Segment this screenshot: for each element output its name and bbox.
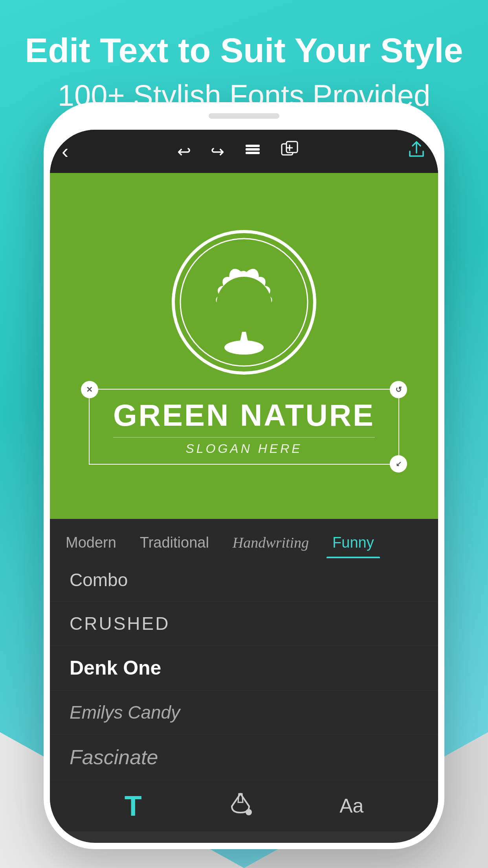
toolbar-center: ↩ ↪ bbox=[177, 141, 298, 162]
duplicate-button[interactable] bbox=[281, 141, 298, 162]
handle-rotate[interactable]: ↺ bbox=[390, 381, 407, 398]
redo-button[interactable]: ↪ bbox=[211, 142, 224, 161]
svg-point-24 bbox=[246, 809, 252, 815]
font-item-emilys-candy[interactable]: Emilys Candy bbox=[50, 691, 438, 734]
fill-tool-icon bbox=[228, 791, 253, 822]
bottom-toolbar: T Aa bbox=[50, 780, 438, 831]
font-item-denk-one[interactable]: Denk One bbox=[50, 645, 438, 691]
app-toolbar: ‹ ↩ ↪ bbox=[50, 130, 438, 173]
toolbar-left: ‹ bbox=[62, 140, 68, 163]
font-item-crushed[interactable]: CRUSHED bbox=[50, 602, 438, 645]
phone-outer: ‹ ↩ ↪ bbox=[44, 102, 444, 849]
back-button[interactable]: ‹ bbox=[62, 140, 68, 163]
font-name-denk-one: Denk One bbox=[70, 657, 161, 679]
text-tool[interactable]: T bbox=[125, 790, 142, 822]
font-category-tabs: Modern Traditional Handwriting Funny bbox=[50, 519, 438, 558]
font-name-crushed: CRUSHED bbox=[70, 613, 170, 634]
canvas-main-text[interactable]: GREEN NATURE bbox=[113, 397, 375, 433]
text-edit-overlay[interactable]: ✕ ↺ ↙ GREEN NATURE SLOGAN HERE bbox=[89, 389, 399, 465]
svg-point-23 bbox=[216, 277, 272, 332]
font-item-fascinate[interactable]: Fascinate bbox=[50, 734, 438, 780]
handle-resize[interactable]: ↙ bbox=[390, 455, 407, 473]
svg-rect-1 bbox=[246, 148, 260, 151]
font-list: Combo CRUSHED Denk One Emilys Candy Fasc… bbox=[50, 558, 438, 780]
toolbar-right bbox=[407, 140, 426, 163]
phone-speaker bbox=[209, 113, 279, 119]
text-tool-icon: T bbox=[125, 790, 142, 822]
phone-mockup: ‹ ↩ ↪ bbox=[44, 102, 444, 849]
fill-tool[interactable] bbox=[228, 791, 253, 822]
svg-rect-0 bbox=[246, 145, 260, 147]
font-size-tool-icon: Aa bbox=[339, 794, 363, 817]
logo-svg bbox=[169, 228, 319, 377]
svg-rect-2 bbox=[246, 152, 260, 154]
tab-funny[interactable]: Funny bbox=[321, 528, 386, 558]
tab-handwriting[interactable]: Handwriting bbox=[221, 528, 321, 558]
svg-point-9 bbox=[224, 340, 264, 355]
layers-button[interactable] bbox=[244, 141, 261, 162]
phone-screen: ‹ ↩ ↪ bbox=[50, 130, 438, 843]
undo-button[interactable]: ↩ bbox=[177, 142, 191, 161]
handle-close[interactable]: ✕ bbox=[81, 381, 98, 398]
tab-modern[interactable]: Modern bbox=[54, 528, 128, 558]
font-size-tool[interactable]: Aa bbox=[339, 794, 363, 817]
canvas-slogan-text[interactable]: SLOGAN HERE bbox=[113, 437, 375, 456]
header-title: Edit Text to Suit Your Style bbox=[24, 31, 464, 70]
font-name-emilys-candy: Emilys Candy bbox=[70, 702, 180, 723]
design-canvas[interactable]: ✕ ↺ ↙ GREEN NATURE SLOGAN HERE bbox=[50, 173, 438, 519]
font-name-combo: Combo bbox=[70, 570, 128, 590]
font-name-fascinate: Fascinate bbox=[70, 746, 158, 769]
tab-traditional[interactable]: Traditional bbox=[128, 528, 221, 558]
font-item-combo[interactable]: Combo bbox=[50, 558, 438, 602]
export-button[interactable] bbox=[407, 140, 426, 163]
svg-rect-4 bbox=[286, 142, 297, 153]
